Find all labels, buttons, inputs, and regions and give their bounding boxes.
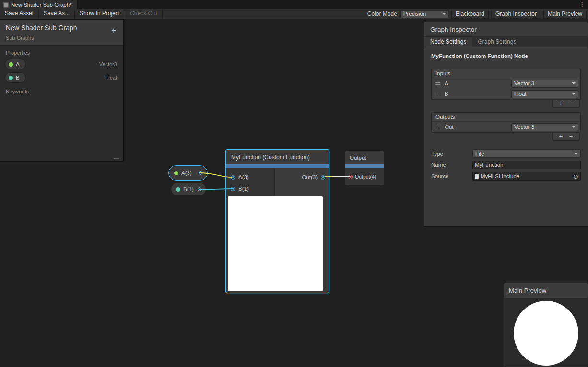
tab-bar: New Shader Sub Graph* ⋮ xyxy=(0,0,588,9)
overflow-menu-icon[interactable]: ⋮ xyxy=(579,1,585,8)
save-asset-button[interactable]: Save Asset xyxy=(0,9,39,19)
float-type-dot-icon xyxy=(176,187,180,192)
main-preview-header[interactable]: Main Preview xyxy=(504,283,588,298)
chevron-down-icon xyxy=(572,82,576,84)
output-port-out-icon[interactable] xyxy=(321,175,325,180)
graph-inspector-panel: Graph Inspector Node Settings Graph Sett… xyxy=(424,22,588,227)
keywords-section-label: Keywords xyxy=(0,84,123,96)
property-node-label: A(3) xyxy=(181,170,192,176)
name-field[interactable] xyxy=(472,161,581,169)
property-b-output-port-icon[interactable] xyxy=(198,187,201,191)
source-field-row: Source MyHLSLInclude ⊙ xyxy=(431,172,581,181)
remove-output-button[interactable]: − xyxy=(569,133,573,140)
add-input-button[interactable]: + xyxy=(559,100,563,107)
output-port-row: Output(4) xyxy=(345,172,384,182)
node-port-area: Output(4) xyxy=(345,168,384,185)
input-ports-column: A(3) B(1) xyxy=(226,168,274,196)
myfunction-node[interactable]: MyFunction (Custom Function) A(3) B(1) O… xyxy=(226,150,329,293)
dropdown-value: Vector 3 xyxy=(514,124,534,130)
output-port-icon[interactable] xyxy=(348,175,353,179)
color-mode-label: Color Mode xyxy=(367,11,397,17)
output-node[interactable]: Output Output(4) xyxy=(345,151,384,185)
property-a-output-port-icon[interactable] xyxy=(199,171,202,175)
input-port-label: B(1) xyxy=(238,186,249,192)
drag-handle-icon[interactable] xyxy=(435,93,440,95)
type-label: Type xyxy=(431,151,472,157)
property-node-a[interactable]: A(3) xyxy=(169,166,207,180)
toolbar-right-group: Color Mode Precision Blackboard Graph In… xyxy=(367,9,588,19)
inputs-list: Inputs A Vector 3 B Float xyxy=(431,69,581,100)
precision-dropdown[interactable]: Precision xyxy=(400,10,449,18)
output-name: Out xyxy=(445,124,454,130)
input-b-type-dropdown[interactable]: Float xyxy=(511,90,578,98)
graph-inspector-header[interactable]: Graph Inspector xyxy=(424,22,588,37)
chevron-down-icon xyxy=(572,93,576,95)
resize-handle[interactable] xyxy=(114,158,119,159)
input-row-a[interactable]: A Vector 3 xyxy=(432,78,580,89)
node-color-strip xyxy=(345,164,384,168)
output-out-type-dropdown[interactable]: Vector 3 xyxy=(511,123,578,131)
tab-new-shader-sub-graph[interactable]: New Shader Sub Graph* xyxy=(0,0,77,9)
blackboard-toggle-button[interactable]: Blackboard xyxy=(451,10,489,19)
add-property-button[interactable]: + xyxy=(109,26,118,35)
input-name: B xyxy=(445,91,448,97)
name-field-row: Name xyxy=(431,161,581,169)
main-preview-title: Main Preview xyxy=(509,287,546,294)
tab-title: New Shader Sub Graph* xyxy=(11,2,72,8)
inspector-tab-strip: Node Settings Graph Settings xyxy=(424,37,588,47)
drag-handle-icon[interactable] xyxy=(435,126,440,128)
inputs-list-title: Inputs xyxy=(432,69,580,78)
graph-inspector-title: Graph Inspector xyxy=(430,26,477,33)
check-out-button[interactable]: Check Out xyxy=(125,9,163,19)
node-title: Output xyxy=(345,151,384,164)
input-a-type-dropdown[interactable]: Vector 3 xyxy=(511,80,578,88)
file-icon xyxy=(475,174,479,179)
precision-value: Precision xyxy=(403,11,426,17)
function-fields: Type File Name Source MyHLSLInclude ⊙ xyxy=(431,149,581,181)
property-type: Vector3 xyxy=(99,61,117,67)
add-output-button[interactable]: + xyxy=(559,133,563,140)
toolbar-left-group: Save Asset Save As... Show In Project Ch… xyxy=(0,9,163,19)
property-node-b[interactable]: B(1) xyxy=(171,183,206,196)
node-color-strip xyxy=(226,164,329,168)
node-preview xyxy=(228,196,323,291)
property-pill[interactable]: B xyxy=(5,72,26,83)
output-port-row-out: Out(3) xyxy=(275,172,329,183)
type-dropdown[interactable]: File xyxy=(472,149,581,158)
property-row-b[interactable]: B Float xyxy=(0,71,123,84)
source-label: Source xyxy=(431,173,472,179)
property-type: Float xyxy=(106,75,117,80)
outputs-list-footer: + − xyxy=(431,133,581,141)
chevron-down-icon xyxy=(572,126,576,128)
output-port-label: Output(4) xyxy=(355,174,376,180)
main-preview-body[interactable] xyxy=(504,298,588,367)
show-in-project-button[interactable]: Show In Project xyxy=(75,9,125,19)
property-row-a[interactable]: A Vector3 xyxy=(0,57,123,71)
input-port-a-icon[interactable] xyxy=(231,175,235,180)
input-port-b-icon[interactable] xyxy=(231,187,235,191)
blackboard-header[interactable]: New Shader Sub Graph Sub Graphs + xyxy=(0,20,123,46)
dropdown-value: File xyxy=(475,151,484,157)
node-title: MyFunction (Custom Function) xyxy=(226,150,329,164)
shader-graph-icon xyxy=(3,2,9,8)
property-pill[interactable]: A xyxy=(5,59,26,69)
input-row-b[interactable]: B Float xyxy=(432,89,580,99)
save-as-button[interactable]: Save As... xyxy=(39,9,75,19)
preview-sphere xyxy=(514,301,578,366)
blackboard-panel: New Shader Sub Graph Sub Graphs + Proper… xyxy=(0,19,124,162)
inspector-body: MyFunction (Custom Function) Node Inputs… xyxy=(424,47,588,184)
main-preview-toggle-button[interactable]: Main Preview xyxy=(543,10,587,19)
object-picker-icon[interactable]: ⊙ xyxy=(573,173,579,180)
output-row-out[interactable]: Out Vector 3 xyxy=(432,122,580,132)
source-value: MyHLSLInclude xyxy=(481,173,519,179)
remove-input-button[interactable]: − xyxy=(569,100,573,107)
vector3-type-dot-icon xyxy=(9,62,13,67)
chevron-down-icon xyxy=(442,13,446,15)
drag-handle-icon[interactable] xyxy=(435,82,440,85)
tab-graph-settings[interactable]: Graph Settings xyxy=(472,37,522,47)
source-object-field[interactable]: MyHLSLInclude ⊙ xyxy=(472,172,581,181)
tab-node-settings[interactable]: Node Settings xyxy=(424,37,472,47)
graph-inspector-toggle-button[interactable]: Graph Inspector xyxy=(491,10,541,19)
chevron-down-icon xyxy=(574,153,578,155)
float-type-dot-icon xyxy=(9,76,13,80)
